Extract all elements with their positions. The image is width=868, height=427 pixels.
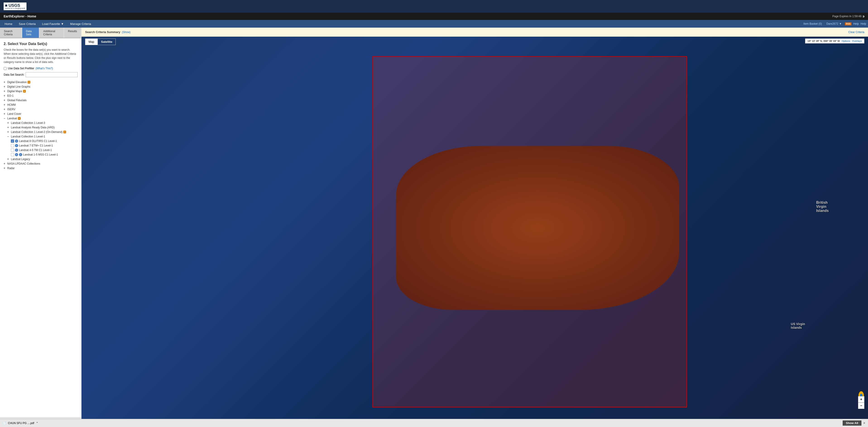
tree-item-landsat-legacy[interactable]: + Landsat Legacy bbox=[4, 157, 78, 161]
nav-left: Home Save Criteria Load Favorite ▼ Manag… bbox=[2, 21, 94, 27]
tab-results[interactable]: Results bbox=[64, 28, 81, 38]
tab-data-sets[interactable]: Data Sets bbox=[22, 28, 39, 38]
section-title: 2. Select Your Data Set(s) bbox=[4, 42, 78, 46]
tree-item-landsat-7[interactable]: i Landsat 7 ETM+ C1 Level-1 bbox=[4, 143, 78, 148]
panel-content: 2. Select Your Data Set(s) Check the box… bbox=[0, 38, 81, 417]
tree-item-radar[interactable]: + Radar bbox=[4, 166, 78, 171]
nav-item-basket[interactable]: Item Basket (0) bbox=[802, 22, 823, 26]
map-area[interactable]: Search Criteria Summary (Show) Clear Cri… bbox=[82, 28, 868, 427]
tab-additional-criteria[interactable]: Additional Criteria bbox=[39, 28, 64, 38]
title-bar: EarthExplorer - Home Page Expires In 1:5… bbox=[0, 13, 868, 20]
prefilter-link[interactable]: (What's This?) bbox=[35, 67, 53, 70]
criteria-show-link[interactable]: (Show) bbox=[121, 31, 130, 34]
info-icon-l8[interactable]: i bbox=[15, 140, 18, 143]
tree-item-landsat-ard[interactable]: + Landsat Analysis Ready Data (ARD) bbox=[4, 125, 78, 130]
nav-feedback[interactable]: Help bbox=[853, 22, 859, 25]
left-panel: Search Criteria Data Sets Additional Cri… bbox=[0, 28, 82, 427]
dataset-tree: + Digital Elevation ● + Digital Line Gra… bbox=[4, 80, 78, 171]
coords-text: 18° 10' 28" N, 068° 06' 44" W bbox=[808, 40, 840, 42]
tree-item-digital-elevation[interactable]: + Digital Elevation ● bbox=[4, 80, 78, 85]
zoom-out-btn[interactable]: − bbox=[858, 402, 864, 409]
nav-help[interactable]: Help bbox=[861, 22, 866, 25]
map-background: BritishVirginIslands US VirginIslands Go… bbox=[82, 37, 868, 427]
page-expires: Page Expires In 1:59:48 ◑ bbox=[833, 15, 864, 18]
checkbox-landsat-45[interactable] bbox=[11, 149, 14, 152]
app-title: EarthExplorer - Home bbox=[4, 14, 36, 18]
nav-save-criteria[interactable]: Save Criteria bbox=[16, 21, 38, 27]
download-filename: CHUN SFU PG ....pdf bbox=[8, 422, 34, 425]
section-desc: Check the boxes for the data set(s) you … bbox=[4, 48, 78, 64]
download-bar: 📄 CHUN SFU PG ....pdf ⌃ Show All × bbox=[0, 419, 868, 427]
data-icon: ● bbox=[28, 81, 30, 84]
usgs-header: ■ USGS science for a changing world bbox=[0, 0, 868, 13]
tree-item-landsat-c1-l3[interactable]: + Landsat Collection 1 Level-3 bbox=[4, 121, 78, 125]
tab-search-criteria[interactable]: Search Criteria bbox=[0, 28, 22, 38]
tree-item-global-fiducials[interactable]: + Global Fiducials bbox=[4, 98, 78, 102]
map-coords: 18° 10' 28" N, 068° 06' 44" W Options Ov… bbox=[805, 38, 864, 43]
data-icon-l2od: ● bbox=[63, 131, 66, 133]
dataset-search-row: Data Set Search: bbox=[4, 72, 78, 77]
download-right: Show All × bbox=[843, 421, 865, 426]
british-vi-label: BritishVirginIslands bbox=[816, 201, 829, 213]
map-zoom: + − bbox=[858, 396, 864, 409]
info-icon-l15b[interactable]: i bbox=[19, 153, 22, 156]
tree-item-landsat-8[interactable]: ✓ i Landsat 8 OLI/TIRS C1 Level-1 bbox=[4, 139, 78, 143]
tree-item-eo1[interactable]: + EO-1 bbox=[4, 93, 78, 98]
prefilter-row: Use Data Set Prefilter (What's This?) bbox=[4, 67, 78, 70]
criteria-summary-text: Search Criteria Summary (Show) bbox=[85, 30, 130, 34]
nav-manage-criteria[interactable]: Manage Criteria bbox=[67, 21, 94, 27]
map-selection-box bbox=[372, 56, 687, 407]
prefilter-checkbox[interactable] bbox=[4, 67, 6, 70]
tabs: Search Criteria Data Sets Additional Cri… bbox=[0, 28, 81, 38]
satellite-view-btn[interactable]: Satellite bbox=[98, 38, 116, 45]
tree-item-land-cover[interactable]: + Land Cover bbox=[4, 112, 78, 116]
download-file-icon: 📄 bbox=[3, 422, 6, 425]
tree-item-iserv[interactable]: + ISERV bbox=[4, 107, 78, 112]
map-view-btn[interactable]: Map bbox=[85, 38, 98, 45]
tree-item-nasa-lpdaac[interactable]: + NASA LPDAAC Collections bbox=[4, 161, 78, 166]
options-btn[interactable]: Options bbox=[842, 40, 850, 42]
search-label: Data Set Search: bbox=[4, 73, 24, 76]
tree-item-landsat-c1-l1[interactable]: − Landsat Collection 1 Level-1 bbox=[4, 134, 78, 139]
overlays-btn[interactable]: Overlays bbox=[852, 40, 862, 42]
usgs-logo-text: ■ USGS bbox=[5, 3, 20, 7]
nav-load-favorite[interactable]: Load Favorite ▼ bbox=[39, 21, 67, 27]
clear-criteria-btn[interactable]: Clear Criteria bbox=[848, 31, 864, 34]
nav-user[interactable]: Dare2672 ▼ bbox=[825, 22, 843, 26]
data-icon-maps: ● bbox=[23, 90, 26, 93]
info-icon-l45[interactable]: i bbox=[15, 149, 18, 152]
checkbox-landsat-15[interactable] bbox=[11, 153, 14, 156]
tree-item-digital-line-graphs[interactable]: + Digital Line Graphs bbox=[4, 85, 78, 89]
usgs-logo[interactable]: ■ USGS science for a changing world bbox=[4, 2, 27, 10]
prefilter-label: Use Data Set Prefilter bbox=[8, 67, 34, 70]
tree-item-landsat-15-mss[interactable]: i i Landsat 1-5 MSS C1 Level-1 bbox=[4, 152, 78, 157]
nav-home[interactable]: Home bbox=[2, 21, 15, 27]
tree-item-landsat-c1-l2-od[interactable]: + Landsat Collection 1 Level-2 (On-Deman… bbox=[4, 130, 78, 134]
checkbox-landsat-8[interactable]: ✓ bbox=[11, 140, 14, 143]
download-chevron[interactable]: ⌃ bbox=[36, 422, 38, 425]
tree-item-landsat[interactable]: − Landsat ● bbox=[4, 116, 78, 121]
criteria-summary-label: Search Criteria Summary bbox=[85, 30, 120, 34]
show-all-btn[interactable]: Show All bbox=[843, 421, 861, 426]
tree-item-landsat-45[interactable]: i Landsat 4-5 TM C1 Level-1 bbox=[4, 148, 78, 152]
info-icon-l15a[interactable]: i bbox=[15, 153, 18, 156]
info-icon-l7[interactable]: i bbox=[15, 144, 18, 147]
us-vi-label: US VirginIslands bbox=[791, 322, 805, 329]
dataset-search-input[interactable] bbox=[26, 72, 78, 77]
close-download-btn[interactable]: × bbox=[863, 421, 865, 425]
data-icon-landsat: ● bbox=[18, 117, 21, 120]
checkbox-landsat-7[interactable] bbox=[11, 144, 14, 147]
main-content: Search Criteria Data Sets Additional Cri… bbox=[0, 28, 868, 427]
map-controls-top: Map Satellite bbox=[85, 38, 116, 45]
download-left: 📄 CHUN SFU PG ....pdf ⌃ bbox=[3, 422, 38, 425]
zoom-in-btn[interactable]: + bbox=[858, 396, 864, 402]
tree-item-digital-maps[interactable]: + Digital Maps ● bbox=[4, 89, 78, 93]
usgs-logo-subtext: science for a changing world bbox=[5, 7, 25, 9]
nav-right: Item Basket (0) Dare2672 ▼ RSS Help Help bbox=[802, 22, 866, 26]
rss-badge[interactable]: RSS bbox=[845, 23, 851, 25]
tree-item-hcmm[interactable]: + HCMM bbox=[4, 102, 78, 107]
nav-bar: Home Save Criteria Load Favorite ▼ Manag… bbox=[0, 20, 868, 28]
criteria-summary: Search Criteria Summary (Show) Clear Cri… bbox=[82, 28, 868, 37]
